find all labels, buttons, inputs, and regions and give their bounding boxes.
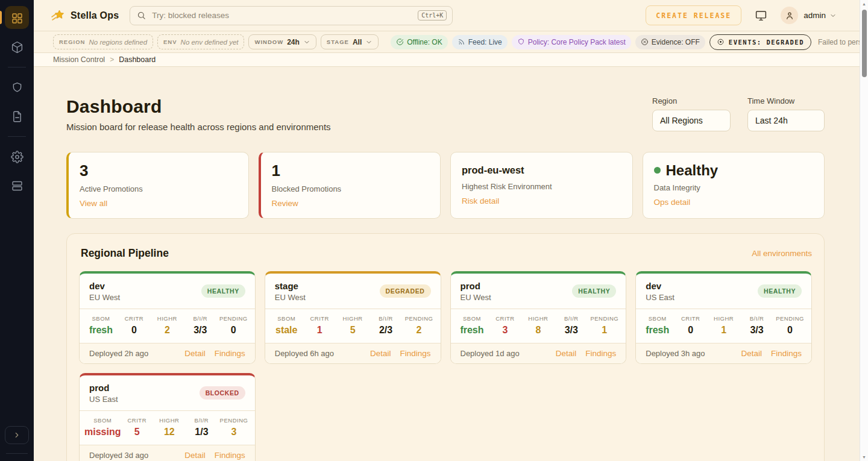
stat-column-label: B/I/R <box>370 315 403 322</box>
panel-title: Regional Pipeline <box>81 247 169 260</box>
status-badge: HEALTHY <box>572 284 616 298</box>
health-dot-icon <box>654 167 661 174</box>
stage-dropdown[interactable]: STAGE All <box>321 34 379 49</box>
sidebar-item-documents[interactable] <box>0 103 34 130</box>
stat-column-label: B/I/R <box>186 417 218 424</box>
critr-value: 1 <box>303 325 336 336</box>
status-badge: HEALTHY <box>201 284 245 298</box>
pending-value: 3 <box>218 427 250 437</box>
pipeline-card-stage-eu-west: stage EU West DEGRADED SBOMstale CRITR1 … <box>265 271 441 364</box>
feed-status-pill: Feed: Live <box>452 35 508 49</box>
check-circle-icon <box>396 38 404 46</box>
user-menu[interactable]: admin <box>781 7 837 24</box>
pipeline-card-dev-eu-west: dev EU West HEALTHY SBOMfresh CRITR0 HIG… <box>79 271 256 364</box>
pending-value: 1 <box>588 325 621 336</box>
sbom-value: fresh <box>84 325 118 336</box>
detail-link[interactable]: Detail <box>184 349 206 358</box>
findings-link[interactable]: Findings <box>215 451 245 460</box>
sidebar-divider <box>8 67 26 67</box>
servers-icon <box>11 180 24 192</box>
create-release-button[interactable]: CREATE RELEASE <box>646 5 741 25</box>
pipeline-grid: dev EU West HEALTHY SBOMfresh CRITR0 HIG… <box>79 271 812 461</box>
stage-value: All <box>353 38 362 46</box>
scrollbar-thumb[interactable] <box>862 10 867 77</box>
env-region: EU West <box>275 293 306 302</box>
grid-icon <box>11 12 24 25</box>
app-title: Stella Ops <box>71 10 119 21</box>
env-context-pill[interactable]: ENV No env defined yet <box>157 34 244 49</box>
env-region: US East <box>89 395 118 404</box>
sidebar-item-infrastructure[interactable] <box>0 172 34 199</box>
bir-value: 2/3 <box>370 325 403 336</box>
pipeline-card-prod-eu-west: prod EU West HEALTHY SBOMfresh CRITR3 HI… <box>450 271 627 364</box>
display-mode-button[interactable] <box>755 9 767 22</box>
global-search[interactable]: Ctrl+K <box>130 6 453 25</box>
findings-link[interactable]: Findings <box>215 349 245 358</box>
scroll-down-arrow-icon[interactable]: ▼ <box>860 455 868 459</box>
env-name: prod <box>461 281 491 291</box>
findings-link[interactable]: Findings <box>400 349 430 358</box>
risk-detail-link[interactable]: Risk detail <box>462 196 499 205</box>
detail-link[interactable]: Detail <box>370 349 391 358</box>
view-all-link[interactable]: View all <box>80 199 107 208</box>
vertical-scrollbar[interactable]: ▲ ▼ <box>860 0 868 461</box>
detail-link[interactable]: Detail <box>556 349 577 358</box>
all-environments-link[interactable]: All environments <box>752 249 812 258</box>
findings-link[interactable]: Findings <box>585 349 616 358</box>
sidebar-expand-button[interactable] <box>5 426 29 444</box>
stat-column-label: SBOM <box>270 315 303 322</box>
deployed-time: Deployed 2h ago <box>89 349 148 358</box>
user-name: admin <box>804 11 826 20</box>
events-status-pill[interactable]: EVENTS: DEGRADED <box>709 34 811 50</box>
highr-value: 2 <box>151 325 184 336</box>
scroll-up-arrow-icon[interactable]: ▲ <box>860 2 868 6</box>
stat-column-label: PENDING <box>403 315 436 322</box>
stat-label: Data Integrity <box>654 183 814 192</box>
policy-status-pill: Policy: Core Policy Pack latest <box>512 35 631 49</box>
gear-icon <box>11 151 24 163</box>
data-integrity-card: Healthy Data Integrity Ops detail <box>643 152 825 219</box>
detail-link[interactable]: Detail <box>184 451 206 460</box>
status-badge: BLOCKED <box>200 386 245 400</box>
search-input[interactable] <box>152 11 418 20</box>
time-window-select[interactable]: Last 24h <box>747 110 825 131</box>
critr-value: 0 <box>118 325 151 336</box>
stat-column-label: CRITR <box>303 315 336 322</box>
bir-value: 3/3 <box>184 325 217 336</box>
breadcrumb-mission-control[interactable]: Mission Control <box>53 55 105 64</box>
region-select[interactable]: All Regions <box>652 110 731 131</box>
env-name: dev <box>89 281 120 291</box>
window-dropdown[interactable]: WINDOW 24h <box>248 34 316 49</box>
stat-column-label: PENDING <box>218 417 250 424</box>
findings-link[interactable]: Findings <box>771 349 802 358</box>
ops-detail-link[interactable]: Ops detail <box>654 198 691 207</box>
sbom-value: fresh <box>641 325 674 336</box>
window-value: 24h <box>287 38 300 46</box>
stat-column-label: SBOM <box>641 315 674 322</box>
sidebar-item-settings[interactable] <box>0 143 34 170</box>
sidebar-item-dashboard[interactable] <box>0 5 34 31</box>
stat-column-label: B/I/R <box>555 315 588 322</box>
offline-status-pill: Offline: OK <box>391 35 447 49</box>
detail-link[interactable]: Detail <box>741 349 762 358</box>
stat-value: prod-eu-west <box>462 165 621 177</box>
stat-column-label: SBOM <box>84 315 118 322</box>
time-window-filter-label: Time Window <box>747 96 825 105</box>
offline-status-label: Offline: OK <box>407 38 442 46</box>
sidebar-divider <box>8 136 26 137</box>
stage-label: STAGE <box>327 39 349 45</box>
stat-column-label: SBOM <box>456 315 489 322</box>
review-link[interactable]: Review <box>272 199 298 208</box>
stat-column-label: HIGHR <box>707 315 740 322</box>
shield-icon <box>517 38 525 46</box>
package-icon <box>11 41 24 54</box>
env-name: stage <box>275 281 306 291</box>
stat-label: Blocked Promotions <box>272 184 430 193</box>
sidebar-item-releases[interactable] <box>0 34 34 60</box>
region-context-pill[interactable]: REGION No regions defined <box>53 34 153 49</box>
env-context-value: No env defined yet <box>181 39 239 46</box>
stat-column-label: HIGHR <box>336 315 370 322</box>
sidebar-item-security[interactable] <box>0 74 34 101</box>
pending-value: 0 <box>773 325 807 336</box>
region-context-label: REGION <box>59 39 85 45</box>
